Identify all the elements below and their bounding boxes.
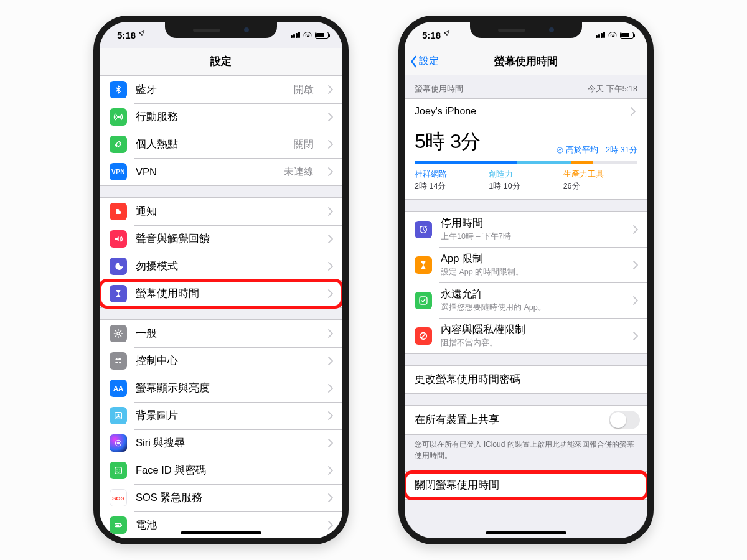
- phone-right: 5:18 設定 螢幕使用時間 螢幕使用時間 今天 下午5:18: [398, 16, 654, 544]
- cell-signal-icon: [596, 32, 605, 38]
- dnd-row[interactable]: 勿擾模式: [100, 253, 342, 280]
- arrow-up-icon: [557, 147, 563, 154]
- vpn-label: VPN: [136, 166, 275, 178]
- settings-group-general: 一般控制中心AA螢幕顯示與亮度背景圖片Siri 與搜尋Face ID 與密碼SO…: [100, 319, 342, 538]
- home-indicator[interactable]: [181, 531, 261, 534]
- bluetooth-row[interactable]: 藍牙開啟: [100, 76, 342, 103]
- wifi-icon: [608, 32, 617, 38]
- chevron-right-icon: [326, 492, 335, 504]
- screentime-controls: 停用時間上午10時 – 下午7時App 限制設定 App 的時間限制。永遠允許選…: [405, 211, 647, 354]
- cellular-row[interactable]: 行動服務: [100, 103, 342, 131]
- notch: [165, 22, 277, 38]
- siri-row[interactable]: Siri 與搜尋: [100, 429, 342, 457]
- change-passcode[interactable]: 更改螢幕使用時間密碼: [405, 366, 647, 393]
- faceid-row[interactable]: Face ID 與密碼: [100, 457, 342, 484]
- downtime-sublabel: 上午10時 – 下午7時: [441, 231, 622, 242]
- hotspot-value: 關閉: [294, 138, 314, 151]
- device-row[interactable]: Joey's iPhone: [405, 99, 647, 124]
- bluetooth-label: 藍牙: [136, 83, 285, 96]
- avg-compare: 高於平均 2時 31分: [557, 144, 637, 156]
- vpn-row[interactable]: VPNVPN未連線: [100, 158, 342, 185]
- svg-point-4: [116, 358, 118, 360]
- cellular-icon: [110, 108, 127, 126]
- chevron-right-icon: [326, 205, 335, 218]
- display-icon: AA: [110, 380, 127, 397]
- home-indicator[interactable]: [486, 531, 566, 534]
- vpn-value: 未連線: [284, 166, 314, 179]
- faceid-icon: [110, 462, 127, 479]
- control-center-row[interactable]: 控制中心: [100, 347, 342, 375]
- location-icon: [443, 30, 450, 39]
- control-center-label: 控制中心: [136, 354, 317, 368]
- svg-point-2: [119, 208, 122, 211]
- hotspot-row[interactable]: 個人熱點關閉: [100, 131, 342, 158]
- chevron-right-icon: [326, 111, 335, 123]
- sounds-icon: [110, 230, 127, 248]
- dnd-icon: [110, 258, 127, 275]
- siri-label: Siri 與搜尋: [136, 436, 317, 450]
- summary-card[interactable]: Joey's iPhone 5時 3分 高於平均 2時 31分: [405, 98, 647, 200]
- cat-productivity: 生產力工具 26分: [563, 169, 637, 192]
- wallpaper-icon: [110, 407, 127, 424]
- svg-point-3: [117, 332, 120, 335]
- svg-rect-16: [121, 525, 122, 526]
- general-row[interactable]: 一般: [100, 320, 342, 347]
- faceid-label: Face ID 與密碼: [136, 464, 317, 477]
- back-button[interactable]: 設定: [410, 48, 439, 75]
- restrict-sublabel: 阻擋不當內容。: [441, 338, 622, 348]
- back-label: 設定: [419, 55, 439, 68]
- general-label: 一般: [136, 327, 317, 340]
- alwaysallow-row[interactable]: 永遠允許選擇您想要隨時使用的 App。: [405, 282, 647, 318]
- svg-point-9: [118, 414, 120, 416]
- cellular-label: 行動服務: [136, 110, 317, 124]
- bluetooth-icon: [110, 81, 127, 98]
- battery-label: 電池: [136, 518, 317, 532]
- turn-off-label: 關閉螢幕使用時間: [415, 478, 640, 492]
- svg-point-11: [117, 442, 120, 445]
- wallpaper-row[interactable]: 背景圖片: [100, 402, 342, 429]
- screentime-content[interactable]: 螢幕使用時間 今天 下午5:18 Joey's iPhone 5時 3分 高於平…: [405, 75, 647, 538]
- chevron-right-icon: [326, 437, 335, 449]
- notch: [470, 22, 582, 38]
- applimits-row[interactable]: App 限制設定 App 的時間限制。: [405, 247, 647, 282]
- chevron-right-icon: [326, 166, 335, 178]
- general-icon: [110, 325, 127, 342]
- notifications-row[interactable]: 通知: [100, 198, 342, 225]
- hotspot-icon: [110, 136, 127, 153]
- applimits-icon: [415, 256, 432, 274]
- chevron-right-icon: [326, 519, 335, 531]
- chevron-right-icon: [326, 327, 335, 340]
- downtime-row[interactable]: 停用時間上午10時 – 下午7時: [405, 212, 647, 247]
- summary-timestamp: 今天 下午5:18: [588, 84, 637, 95]
- turn-off-screentime[interactable]: 關閉螢幕使用時間: [405, 472, 647, 499]
- sounds-row[interactable]: 聲音與觸覺回饋: [100, 225, 342, 253]
- screen-screentime: 5:18 設定 螢幕使用時間 螢幕使用時間 今天 下午5:18: [405, 22, 647, 538]
- svg-point-13: [116, 470, 118, 471]
- screentime-label: 螢幕使用時間: [136, 287, 317, 301]
- wallpaper-label: 背景圖片: [136, 409, 317, 422]
- screentime-row[interactable]: 螢幕使用時間: [100, 280, 342, 307]
- display-row[interactable]: AA螢幕顯示與亮度: [100, 375, 342, 402]
- sos-row[interactable]: SOSSOS 緊急服務: [100, 484, 342, 511]
- notifications-icon: [110, 203, 127, 220]
- cat-creativity: 創造力 1時 10分: [489, 169, 563, 192]
- page-title: 設定: [210, 54, 232, 68]
- alwaysallow-sublabel: 選擇您想要隨時使用的 App。: [441, 302, 622, 313]
- restrict-row[interactable]: 內容與隱私權限制阻擋不當內容。: [405, 318, 647, 353]
- restrict-label: 內容與隱私權限制: [441, 323, 622, 337]
- svg-rect-17: [116, 525, 119, 526]
- chevron-right-icon: [631, 223, 640, 236]
- sounds-label: 聲音與觸覺回饋: [136, 232, 317, 246]
- change-passcode-label: 更改螢幕使用時間密碼: [415, 373, 640, 386]
- display-label: 螢幕顯示與亮度: [136, 381, 317, 395]
- chevron-right-icon: [326, 233, 335, 245]
- share-toggle[interactable]: [609, 411, 640, 429]
- restrict-icon: [415, 327, 432, 345]
- settings-list[interactable]: 藍牙開啟行動服務個人熱點關閉VPNVPN未連線 通知聲音與觸覺回饋勿擾模式螢幕使…: [100, 75, 342, 538]
- chevron-right-icon: [326, 138, 335, 151]
- summary-header: 螢幕使用時間 今天 下午5:18: [405, 75, 647, 98]
- share-row[interactable]: 在所有裝置上共享: [405, 406, 647, 434]
- nav-header: 設定: [100, 48, 342, 75]
- siri-icon: [110, 434, 127, 452]
- total-time: 5時 3分: [415, 128, 481, 156]
